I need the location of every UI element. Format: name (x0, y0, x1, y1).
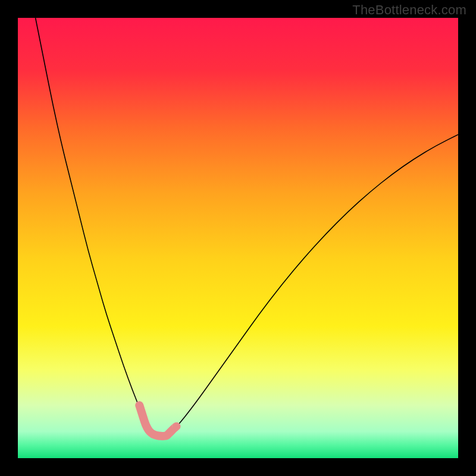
bottleneck-chart (18, 18, 458, 458)
watermark-text: TheBottleneck.com (352, 2, 466, 18)
chart-background (18, 18, 458, 458)
chart-frame: TheBottleneck.com (0, 0, 476, 476)
